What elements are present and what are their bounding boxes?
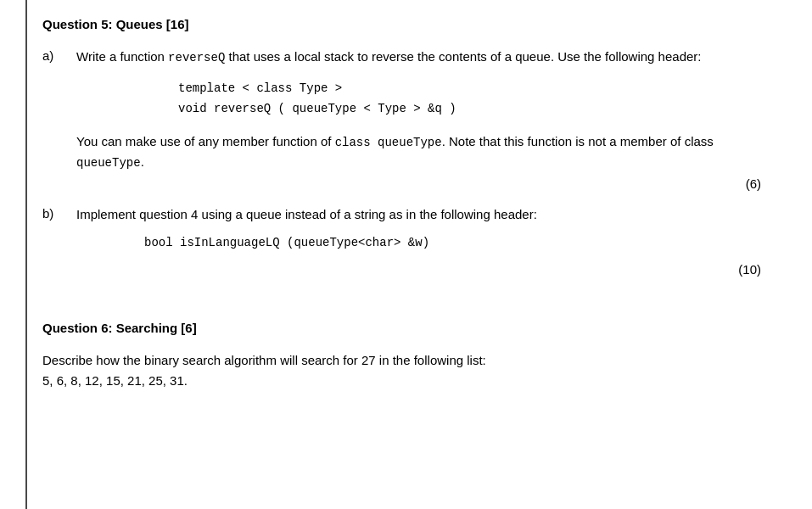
part-a-intro: Write a function [76,49,168,64]
question-6-list: 5, 6, 8, 12, 15, 21, 25, 31. [42,371,778,391]
part-a-note-end: . [141,154,144,169]
part-b-content: Implement question 4 using a queue inste… [76,204,778,277]
part-a-note-code2: queueType [76,156,141,170]
part-a-note-intro: You can make use of any member function … [76,134,335,148]
part-a-marks-row: (6) [76,176,778,191]
part-b: b) Implement question 4 using a queue in… [42,204,778,277]
part-b-text: Implement question 4 using a queue inste… [76,204,778,225]
part-a-code-line-2: void reverseQ ( queueType < Type > &q ) [178,99,778,120]
question-6-heading: Question 6: Searching [6] [42,321,778,335]
part-a-row: a) Write a function reverseQ that uses a… [42,47,778,191]
question-5-heading: Question 5: Queues [16] [42,17,778,31]
question-6-block: Question 6: Searching [6] Describe how t… [42,321,778,391]
part-a-code-line-1: template < class Type > [178,79,778,99]
part-b-row: b) Implement question 4 using a queue in… [42,204,778,277]
part-a-content: Write a function reverseQ that uses a lo… [76,47,778,191]
left-border [25,0,27,509]
part-a-marks: (6) [746,176,761,191]
part-b-label: b) [42,204,76,221]
part-b-code: bool isInLanguageLQ (queueType<char> &w) [144,233,778,254]
part-a-note: You can make use of any member function … [76,131,778,173]
part-b-marks: (10) [738,262,761,277]
question-5-block: Question 5: Queues [16] a) Write a funct… [42,17,778,277]
part-a-note-code1: class queueType [335,136,442,149]
part-b-marks-row: (10) [76,262,778,277]
part-a-intro-cont: that uses a local stack to reverse the c… [225,49,701,64]
part-a-label: a) [42,47,76,63]
part-a-intro-text: Write a function reverseQ that uses a lo… [76,47,778,67]
part-a-function-name: reverseQ [168,51,225,64]
question-6-text: Describe how the binary search algorithm… [42,350,778,371]
part-a-code-block: template < class Type > void reverseQ ( … [178,79,778,120]
divider [42,300,778,312]
part-a: a) Write a function reverseQ that uses a… [42,47,778,191]
part-a-note-mid: . Note that this function is not a membe… [442,134,714,148]
